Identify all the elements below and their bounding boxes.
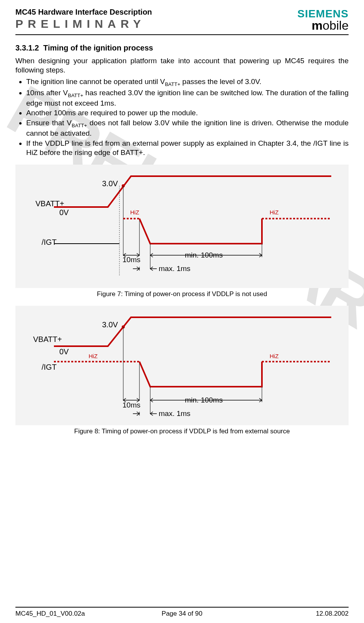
figure-8: VBATT+ 0V 3.0V /IGT HiZ HiZ 10ms min. 10… <box>15 306 349 425</box>
zero-v-label: 0V <box>59 208 69 217</box>
t1-label: max. 1ms <box>159 409 190 418</box>
list-item: Ensure that VBATT+ does not fall below 3… <box>26 118 349 138</box>
hiz-label: HiZ <box>270 353 278 359</box>
vbatt-label: VBATT+ <box>35 199 64 208</box>
t100-label: min. 100ms <box>185 251 223 259</box>
t10-label: 10ms <box>122 401 140 409</box>
igt-label: /IGT <box>42 363 57 372</box>
threshold-label: 3.0V <box>102 179 118 188</box>
figure-7-caption: Figure 7: Timing of power-on process if … <box>15 290 349 298</box>
mobile-text: mobile <box>297 19 349 33</box>
doc-title: MC45 Hardware Interface Description <box>15 8 297 17</box>
brand-logo: SIEMENS mobile <box>297 8 349 33</box>
footer-rule <box>15 607 349 608</box>
footer-doc-id: MC45_HD_01_V00.02a <box>15 610 126 618</box>
step-list: The ignition line cannot be operated unt… <box>26 77 349 157</box>
list-item: The ignition line cannot be operated unt… <box>26 77 349 88</box>
hiz-label: HiZ <box>130 209 139 216</box>
page-footer: MC45_HD_01_V00.02a Page 34 of 90 12.08.2… <box>15 610 349 618</box>
figure-7: VBATT+ 0V 3.0V /IGT HiZ HiZ 10ms min. 10… <box>15 165 349 288</box>
threshold-label: 3.0V <box>102 320 118 329</box>
hiz-label: HiZ <box>89 353 97 359</box>
footer-date: 12.08.2002 <box>238 610 349 618</box>
list-item: 10ms after VBATT+ has reached 3.0V the i… <box>26 88 349 108</box>
footer-page-number: Page 34 of 90 <box>126 610 237 618</box>
t100-label: min. 100ms <box>185 396 223 404</box>
t10-label: 10ms <box>122 256 140 264</box>
header-rule <box>15 34 349 35</box>
vbatt-label: VBATT+ <box>33 335 62 344</box>
list-item: If the VDDLP line is fed from an externa… <box>26 139 349 157</box>
igt-label: /IGT <box>42 238 57 247</box>
t1-label: max. 1ms <box>159 264 190 273</box>
zero-v-label: 0V <box>59 347 69 356</box>
section-heading: 3.3.1.2 Timing of the ignition process <box>15 44 349 52</box>
page-header: MC45 Hardware Interface Description PREL… <box>15 8 349 33</box>
hiz-label: HiZ <box>270 209 278 216</box>
figure-8-caption: Figure 8: Timing of power-on process if … <box>15 428 349 435</box>
intro-paragraph: When designing your application platform… <box>15 56 349 75</box>
list-item: Another 100ms are required to power up t… <box>26 108 349 118</box>
preliminary-label: PRELIMINARY <box>15 17 297 30</box>
